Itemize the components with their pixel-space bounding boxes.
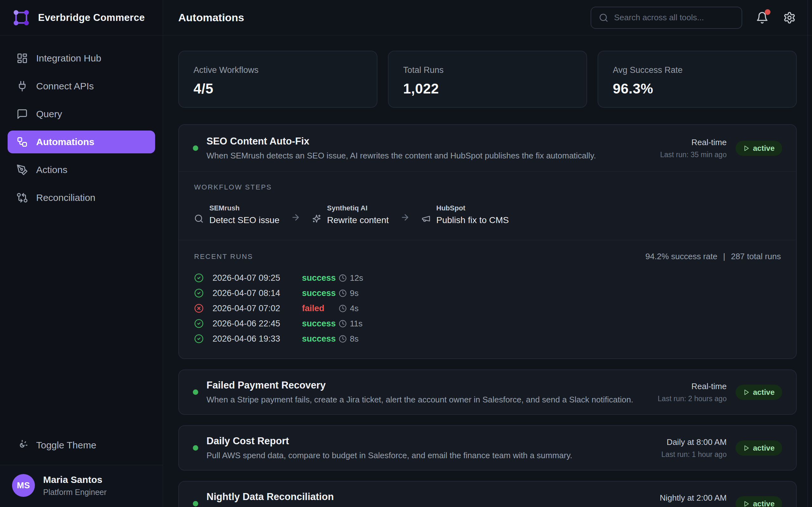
avatar: MS: [12, 474, 35, 497]
brand-title: Everbridge Commerce: [38, 12, 145, 23]
check-circle-icon: [194, 288, 204, 298]
automation-schedule: Daily at 8:00 AM: [661, 437, 727, 447]
status-badge-label: active: [753, 444, 774, 452]
step-action: Detect SEO issue: [209, 215, 280, 225]
sidebar-item-label: Actions: [36, 164, 67, 175]
plug-icon: [16, 80, 28, 92]
automation-schedule: Real-time: [658, 382, 727, 391]
clock-icon: [339, 289, 347, 297]
recent-runs-section: RECENT RUNS 94.2% success rate | 287 tot…: [179, 240, 796, 358]
status-badge-label: active: [753, 388, 774, 397]
workflow-icon: [16, 136, 28, 148]
run-timestamp: 2026-04-06 22:45: [212, 319, 302, 329]
automation-card-daily-cost-report[interactable]: Daily Cost Report Pull AWS spend data, c…: [178, 425, 797, 470]
run-row: 2026-04-06 19:33 success 8s: [194, 334, 781, 344]
stat-label: Total Runs: [403, 65, 572, 75]
runs-list: 2026-04-07 09:25 success 12s 2026-04-07 …: [194, 273, 781, 344]
stat-value: 1,022: [403, 81, 572, 97]
automation-last-run: Last run: 1 hour ago: [661, 450, 727, 459]
sidebar-item-label: Automations: [36, 136, 94, 147]
global-search[interactable]: [591, 7, 742, 29]
status-badge-label: active: [753, 499, 774, 507]
automation-title: Failed Payment Recovery: [206, 380, 648, 391]
sidebar-item-connect-apis[interactable]: Connect APIs: [8, 75, 155, 98]
automation-card-nightly-data-reconciliation[interactable]: Nightly Data Reconciliation Compare Sale…: [178, 481, 797, 507]
run-row: 2026-04-06 22:45 success 11s: [194, 319, 781, 329]
success-rate: 94.2% success rate: [646, 251, 717, 262]
notification-dot: [765, 9, 770, 15]
sidebar-item-automations[interactable]: Automations: [8, 130, 155, 153]
play-icon: [743, 501, 750, 507]
pen-tool-icon: [16, 164, 28, 176]
sidebar-item-reconciliation[interactable]: Reconciliation: [8, 186, 155, 209]
automation-card-seo-content-auto-fix[interactable]: SEO Content Auto-Fix When SEMrush detect…: [178, 124, 797, 359]
workflow-step: HubSpot Publish fix to CMS: [421, 204, 509, 225]
message-square-icon: [16, 108, 28, 120]
check-circle-icon: [194, 319, 204, 328]
scrollbar-track-edge: [808, 0, 808, 507]
run-status: success: [302, 334, 339, 344]
step-service: Synthetiq AI: [327, 204, 389, 212]
automation-last-run: Last run: 2 hours ago: [658, 395, 727, 403]
toggle-theme-label: Toggle Theme: [36, 440, 96, 451]
git-compare-icon: [16, 192, 28, 204]
sidebar-item-integration-hub[interactable]: Integration Hub: [8, 47, 155, 70]
toggle-theme-button[interactable]: Toggle Theme: [8, 434, 155, 457]
stat-card-avg-success-rate: Avg Success Rate 96.3%: [598, 51, 797, 108]
automation-card-failed-payment-recovery[interactable]: Failed Payment Recovery When a Stripe pa…: [178, 370, 797, 415]
top-header: Automations: [163, 0, 812, 36]
sidebar-item-query[interactable]: Query: [8, 103, 155, 125]
x-circle-icon: [194, 303, 204, 313]
automation-schedule: Real-time: [660, 137, 727, 147]
run-status: success: [302, 288, 339, 298]
search-icon: [194, 214, 204, 223]
sidebar-item-actions[interactable]: Actions: [8, 158, 155, 181]
step-action: Rewrite content: [327, 215, 389, 225]
sidebar-nav: Integration Hub Connect APIs Query Autom…: [0, 36, 163, 209]
run-status: success: [302, 273, 339, 283]
arrow-right-icon: [400, 213, 410, 222]
sidebar: Everbridge Commerce Integration Hub Conn…: [0, 0, 163, 507]
user-name: Maria Santos: [43, 474, 107, 485]
page-title: Automations: [178, 11, 244, 24]
play-icon: [743, 145, 750, 152]
status-badge-label: active: [753, 144, 774, 153]
clock-icon: [339, 304, 347, 313]
sidebar-item-label: Reconciliation: [36, 192, 96, 203]
step-service: SEMrush: [209, 204, 280, 212]
automation-title: Daily Cost Report: [206, 435, 652, 447]
sun-moon-icon: [16, 440, 28, 451]
automation-last-run: Last run: 35 min ago: [660, 151, 727, 159]
recent-runs-label: RECENT RUNS: [194, 252, 253, 261]
brand-header: Everbridge Commerce: [0, 0, 163, 36]
workflow-step: Synthetiq AI Rewrite content: [312, 204, 389, 225]
check-circle-icon: [194, 334, 204, 343]
status-dot: [193, 146, 198, 151]
megaphone-icon: [421, 214, 431, 223]
automation-last-run: Last run: 7 hours ago: [658, 506, 727, 507]
workflow-steps-section: WORKFLOW STEPS SEMrush Detect SEO issue: [179, 171, 796, 240]
play-icon: [743, 389, 750, 395]
automation-title: SEO Content Auto-Fix: [206, 135, 651, 147]
play-icon: [743, 445, 750, 451]
user-profile[interactable]: MS Maria Santos Platform Engineer: [0, 465, 163, 507]
clock-icon: [339, 274, 347, 282]
status-dot: [193, 501, 198, 506]
settings-button[interactable]: [782, 10, 797, 25]
search-input[interactable]: [614, 13, 734, 22]
runs-stats: 94.2% success rate | 287 total runs: [646, 251, 781, 262]
notifications-button[interactable]: [755, 10, 769, 25]
automation-description: When a Stripe payment fails, create a Ji…: [206, 395, 648, 405]
sidebar-bottom: Toggle Theme MS Maria Santos Platform En…: [0, 434, 163, 507]
automation-card-header[interactable]: SEO Content Auto-Fix When SEMrush detect…: [179, 125, 796, 171]
dashboard-grid-icon: [16, 53, 28, 64]
status-badge: active: [735, 441, 782, 456]
step-service: HubSpot: [437, 204, 509, 212]
status-badge: active: [735, 385, 782, 400]
check-circle-icon: [194, 273, 204, 283]
runs-divider: |: [723, 251, 725, 262]
run-timestamp: 2026-04-07 07:02: [212, 303, 302, 314]
content: Active Workflows 4/5 Total Runs 1,022 Av…: [163, 36, 812, 507]
sidebar-item-label: Query: [36, 109, 62, 119]
automation-description: Pull AWS spend data, compare to budget i…: [206, 451, 652, 460]
